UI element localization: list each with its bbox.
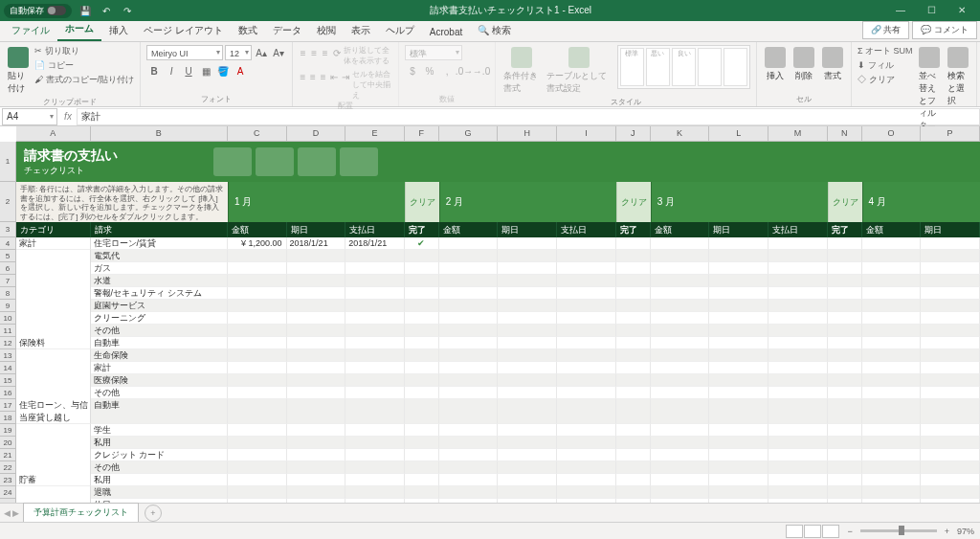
zoom-in-button[interactable]: + <box>945 527 949 536</box>
align-top-icon[interactable]: ≡ <box>299 45 308 60</box>
minimize-button[interactable]: — <box>886 2 915 19</box>
tab-home[interactable]: ホーム <box>57 18 101 41</box>
table-row[interactable]: 家計住宅ローン/賃貸¥ 1,200.002018/1/212018/1/21✔ <box>16 237 980 250</box>
bold-button[interactable]: B <box>146 63 162 79</box>
table-row[interactable]: その他 <box>16 325 980 337</box>
view-page-break-icon[interactable] <box>822 525 839 538</box>
worksheet-grid[interactable]: ABCDEFGHIJKLMNOP 12345678910111213141516… <box>0 126 980 521</box>
autosave-toggle[interactable]: 自動保存 <box>4 4 72 18</box>
table-format-button[interactable]: テーブルとして書式設定 <box>545 45 613 97</box>
comma-icon[interactable]: , <box>439 63 455 79</box>
indent-inc-icon[interactable]: ⇥ <box>341 69 350 84</box>
table-row[interactable]: 退職 <box>16 486 980 499</box>
tab-search[interactable]: 🔍 検索 <box>470 20 519 41</box>
align-right-icon[interactable]: ≡ <box>319 69 327 84</box>
row-headers[interactable]: 1234567891011121314151617181920212223242… <box>0 142 16 511</box>
orientation-icon[interactable]: ⟳ <box>332 45 342 60</box>
table-row[interactable]: ガス <box>16 262 980 275</box>
sheet-nav-prev[interactable]: ◀ <box>4 508 11 518</box>
align-left-icon[interactable]: ≡ <box>299 69 307 84</box>
formula-input[interactable]: 家計 <box>77 108 980 125</box>
zoom-level[interactable]: 97% <box>957 527 974 536</box>
table-row[interactable]: 庭園サービス <box>16 300 980 312</box>
decrease-font-icon[interactable]: A▾ <box>271 45 286 60</box>
dec-decimal-icon[interactable]: →.0 <box>474 63 489 79</box>
redo-icon[interactable]: ↷ <box>120 3 135 18</box>
sheet-nav-next[interactable]: ▶ <box>12 508 19 518</box>
view-page-layout-icon[interactable] <box>804 525 821 538</box>
cell-styles-gallery[interactable]: 標準悪い良い <box>617 45 750 89</box>
table-row[interactable]: 水道 <box>16 275 980 287</box>
cond-format-button[interactable]: 条件付き書式 <box>501 45 541 97</box>
tab-layout[interactable]: ページ レイアウト <box>136 20 231 41</box>
underline-button[interactable]: U <box>181 63 196 79</box>
maximize-button[interactable]: ☐ <box>917 2 946 19</box>
number-format-combo[interactable]: 標準 <box>405 45 462 60</box>
clear-button[interactable]: ◇ クリア <box>858 74 913 86</box>
format-cells-button[interactable]: 書式 <box>820 45 845 84</box>
font-name-combo[interactable]: Meiryo UI <box>146 45 223 60</box>
align-middle-icon[interactable]: ≡ <box>310 45 320 60</box>
align-center-icon[interactable]: ≡ <box>309 69 318 84</box>
font-size-combo[interactable]: 12 <box>225 45 252 60</box>
zoom-out-button[interactable]: − <box>847 527 852 536</box>
close-button[interactable]: ✕ <box>947 2 976 19</box>
tab-file[interactable]: ファイル <box>4 20 57 41</box>
table-row[interactable]: 貯蓄私用 <box>16 474 980 486</box>
cut-button[interactable]: ✂ 切り取り <box>34 45 134 57</box>
find-select-button[interactable]: 検索と選択 <box>946 45 970 109</box>
align-bottom-icon[interactable]: ≡ <box>321 45 330 60</box>
clear-2[interactable]: クリア <box>616 182 651 222</box>
copy-button[interactable]: 📄 コピー <box>34 59 134 72</box>
merge-button[interactable]: セルを結合して中央揃え <box>352 69 392 101</box>
clear-1[interactable]: クリア <box>405 182 439 222</box>
table-row[interactable]: 私用 <box>16 437 980 449</box>
fill-button[interactable]: ⬇ フィル <box>858 59 913 72</box>
tab-view[interactable]: 表示 <box>344 20 378 41</box>
tab-review[interactable]: 校閲 <box>309 20 344 41</box>
table-row[interactable]: 医療保険 <box>16 374 980 387</box>
font-color-button[interactable]: A <box>233 63 248 79</box>
table-row[interactable]: その他 <box>16 461 980 474</box>
border-button[interactable]: ▦ <box>198 63 213 79</box>
table-row[interactable]: 住宅ローン、与信当座貸し越し自動車 <box>16 399 980 424</box>
italic-button[interactable]: I <box>164 63 179 79</box>
fill-color-button[interactable]: 🪣 <box>215 63 231 79</box>
comments-button[interactable]: 💬 コメント <box>912 21 977 39</box>
table-row[interactable]: クリーニング <box>16 312 980 325</box>
wrap-text-button[interactable]: 折り返して全体を表示する <box>344 45 392 66</box>
percent-icon[interactable]: % <box>422 63 437 79</box>
add-sheet-button[interactable]: + <box>145 505 162 522</box>
column-headers[interactable]: ABCDEFGHIJKLMNOP <box>16 126 980 142</box>
share-button[interactable]: 🔗 共有 <box>862 21 910 39</box>
tab-data[interactable]: データ <box>265 20 309 41</box>
table-row[interactable]: 生命保険 <box>16 349 980 362</box>
tab-help[interactable]: ヘルプ <box>378 20 422 41</box>
fx-button[interactable]: fx <box>59 111 77 122</box>
undo-icon[interactable]: ↶ <box>99 3 114 18</box>
tab-acrobat[interactable]: Acrobat <box>422 23 470 41</box>
tab-insert[interactable]: 挿入 <box>101 20 136 41</box>
increase-font-icon[interactable]: A▴ <box>254 45 269 60</box>
indent-dec-icon[interactable]: ⇤ <box>329 69 339 84</box>
insert-cells-button[interactable]: 挿入 <box>763 45 788 84</box>
name-box[interactable]: A4 <box>2 108 57 125</box>
currency-icon[interactable]: $ <box>405 63 420 79</box>
view-normal-icon[interactable] <box>786 525 803 538</box>
table-row[interactable]: 保険料自動車 <box>16 337 980 349</box>
autosum-button[interactable]: Σ オート SUM <box>858 45 913 57</box>
table-row[interactable]: 警報/セキュリティ システム <box>16 287 980 300</box>
clear-3[interactable]: クリア <box>828 182 862 222</box>
paste-button[interactable]: 貼り付け <box>6 45 31 97</box>
delete-cells-button[interactable]: 削除 <box>791 45 816 84</box>
table-row[interactable]: その他 <box>16 387 980 399</box>
inc-decimal-icon[interactable]: .0→ <box>457 63 472 79</box>
table-row[interactable]: 家計 <box>16 362 980 374</box>
format-painter-button[interactable]: 🖌 書式のコピー/貼り付け <box>34 74 134 86</box>
zoom-slider[interactable] <box>860 529 937 532</box>
tab-formulas[interactable]: 数式 <box>231 20 265 41</box>
sheet-tab-active[interactable]: 予算計画チェックリスト <box>23 503 139 524</box>
table-row[interactable]: 電気代 <box>16 250 980 262</box>
table-row[interactable]: 学生 <box>16 424 980 437</box>
table-row[interactable]: クレジット カード <box>16 449 980 461</box>
